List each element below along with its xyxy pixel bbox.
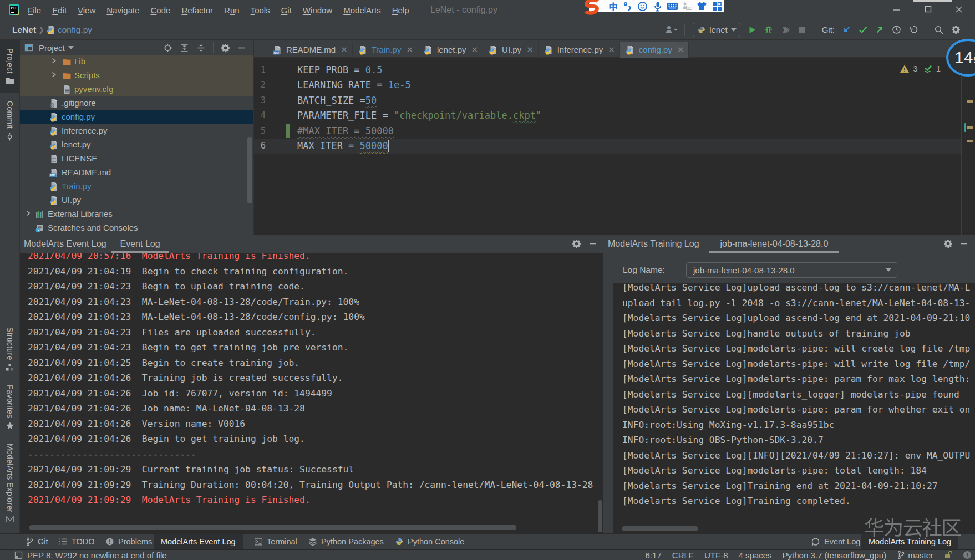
training-log-console[interactable]: [ModelArts Service Log]upload ascend-log…: [613, 283, 975, 533]
stripe-modelarts-explorer[interactable]: ModelArts Explorer: [0, 440, 19, 527]
stripe-structure[interactable]: Structure: [0, 324, 19, 375]
collapse-all-icon[interactable]: [196, 43, 206, 53]
status-message[interactable]: PEP 8: W292 no newline at end of file: [27, 551, 167, 560]
tab-job-log[interactable]: job-ma-lenet-04-08-13-28.0: [709, 235, 840, 253]
run-configuration-select[interactable]: lenet: [693, 23, 740, 37]
user-account-icon[interactable]: [663, 22, 680, 38]
run-button[interactable]: [744, 22, 760, 38]
toolwindow-button-event-log[interactable]: Event Log: [805, 534, 866, 549]
tree-item-readme-md[interactable]: MDREADME.md: [20, 166, 253, 180]
editor-tab-train-py[interactable]: Train.py ✕: [353, 42, 418, 58]
status-notify-circle[interactable]: [963, 551, 972, 559]
hide-panel-icon[interactable]: [960, 240, 968, 248]
tree-item-scratches-and-consoles[interactable]: Scratches and Consoles: [20, 221, 253, 235]
editor-tab-lenet-py[interactable]: lenet.py ✕: [418, 42, 483, 58]
editor-tab-inference-py[interactable]: Inference.py ✕: [539, 42, 620, 58]
search-everywhere-icon[interactable]: [931, 22, 947, 38]
status-utf-8[interactable]: UTF-8: [704, 551, 728, 560]
emoji-icon[interactable]: [636, 0, 651, 12]
toolwindow-button-todo[interactable]: TODO: [53, 534, 100, 549]
git-push-button[interactable]: [871, 22, 888, 38]
event-log-console[interactable]: 2021/04/09 20:57:16 ModelArts Training i…: [20, 253, 603, 533]
stripe-project[interactable]: Project: [0, 40, 19, 93]
status-python-3-7-tensorflow-gpu-[interactable]: Python 3.7 (tensorflow_gpu): [783, 551, 887, 560]
tab-event-log[interactable]: Event Log: [111, 235, 169, 253]
code-editor[interactable]: 1KEEP_PROB = 0.52LEARNING_RATE = 1e-53BA…: [254, 58, 975, 235]
menu-file[interactable]: File: [22, 6, 47, 15]
rollback-button[interactable]: [905, 22, 921, 38]
editor-tab-readme-md[interactable]: MD README.md ✕: [267, 42, 353, 58]
horizontal-scrollbar[interactable]: [29, 525, 516, 530]
log-name-select[interactable]: job-ma-lenet-04-08-13-28.0: [686, 262, 897, 278]
menu-edit[interactable]: Edit: [47, 6, 72, 15]
error-stripe-warning-mark[interactable]: [967, 126, 973, 129]
toolwindow-button-git[interactable]: Git: [20, 534, 54, 549]
git-update-button[interactable]: [838, 22, 855, 38]
stop-button[interactable]: [794, 22, 810, 38]
coverage-button[interactable]: [777, 22, 794, 38]
expand-all-icon[interactable]: [180, 43, 189, 53]
stripe-commit[interactable]: Commit: [0, 93, 19, 149]
editor-tab-config-py[interactable]: config.py ✕: [620, 42, 689, 58]
sogou-s-logo-icon[interactable]: [580, 0, 604, 15]
select-opened-file-icon[interactable]: [163, 43, 172, 53]
code-line-3[interactable]: 3BATCH_SIZE =50: [254, 93, 962, 109]
vertical-scrollbar[interactable]: [598, 500, 602, 532]
code-line-6[interactable]: 6MAX_ITER = 50000: [254, 139, 962, 154]
tree-item-lib[interactable]: Lib: [20, 55, 253, 69]
toolwindow-button-modelarts-event-log[interactable]: ModelArts Event Log: [154, 534, 243, 549]
breadcrumb-project[interactable]: LeNet: [12, 25, 36, 35]
settings-gear-icon[interactable]: [947, 22, 964, 38]
close-tab-icon[interactable]: ✕: [471, 45, 479, 54]
status-4-spaces[interactable]: 4 spaces: [738, 551, 771, 560]
chevron-right-icon[interactable]: [50, 58, 57, 64]
tree-item-ui-py[interactable]: UI.py: [20, 194, 253, 207]
chevron-right-icon[interactable]: [50, 72, 57, 78]
error-stripe-warning-mark[interactable]: [967, 100, 973, 103]
error-stripe-change-mark[interactable]: [964, 123, 966, 132]
menu-run[interactable]: Run: [219, 6, 245, 15]
git-commit-button[interactable]: [855, 22, 871, 38]
tree-item-config-py[interactable]: config.py: [20, 110, 253, 124]
breadcrumb-file[interactable]: config.py: [58, 25, 92, 35]
inspections-widget[interactable]: 3 1: [900, 64, 941, 73]
status-6-17[interactable]: 6:17: [646, 551, 662, 560]
close-tab-icon[interactable]: ✕: [341, 45, 348, 54]
menu-help[interactable]: Help: [387, 6, 415, 15]
toolbox-grid-icon[interactable]: [709, 0, 724, 12]
menu-window[interactable]: Window: [297, 6, 338, 15]
punctuation-icon[interactable]: [621, 0, 636, 12]
close-tab-icon[interactable]: ✕: [608, 45, 615, 54]
project-panel-title[interactable]: Project: [39, 43, 65, 53]
menu-modelarts[interactable]: ModelArts: [338, 6, 387, 15]
history-button[interactable]: [888, 22, 905, 38]
tree-item-license[interactable]: LICENSE: [20, 152, 253, 166]
code-line-5[interactable]: 5#MAX_ITER = 50000: [254, 124, 962, 139]
stripe-favorites[interactable]: Favorites: [0, 383, 19, 432]
error-stripe-warning-mark[interactable]: [967, 140, 973, 142]
close-tab-icon[interactable]: ✕: [526, 45, 534, 54]
hide-panel-icon[interactable]: [588, 240, 597, 248]
maximize-button[interactable]: [915, 0, 941, 18]
code-line-1[interactable]: 1KEEP_PROB = 0.5: [254, 63, 962, 78]
sogou-input-toolbar[interactable]: [589, 0, 724, 12]
tree-item-lenet-py[interactable]: lenet.py: [20, 138, 253, 152]
microphone-icon[interactable]: [650, 0, 665, 12]
close-button[interactable]: [946, 0, 972, 18]
status-master[interactable]: master: [897, 551, 933, 560]
toolwindow-button-python-packages[interactable]: Python Packages: [303, 534, 389, 549]
debug-button[interactable]: [760, 22, 777, 38]
skin-tshirt-icon[interactable]: [695, 0, 710, 12]
chinese-mode-icon[interactable]: [606, 0, 621, 12]
menu-refactor[interactable]: Refactor: [176, 6, 219, 15]
menu-git[interactable]: Git: [276, 6, 297, 15]
options-gear-icon[interactable]: [221, 43, 230, 53]
code-line-2[interactable]: 2LEARNING_RATE = 1e-5: [254, 78, 962, 93]
tree-item-scripts[interactable]: Scripts: [20, 69, 253, 83]
tree-item-external-libraries[interactable]: External Libraries: [20, 207, 253, 221]
tree-item-pyvenv-cfg[interactable]: pyvenv.cfg: [20, 83, 253, 96]
options-gear-icon[interactable]: [572, 239, 581, 248]
chevron-right-icon[interactable]: [25, 210, 31, 216]
menu-navigate[interactable]: Navigate: [101, 6, 145, 15]
hide-panel-icon[interactable]: [237, 44, 246, 52]
